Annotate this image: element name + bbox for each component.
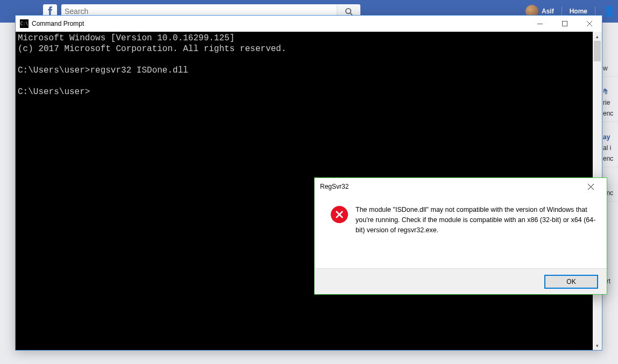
- scroll-up-button[interactable]: ▴: [593, 32, 602, 41]
- friends-icon[interactable]: 👤: [603, 5, 615, 17]
- maximize-button[interactable]: [552, 16, 577, 32]
- ok-button[interactable]: OK: [544, 275, 598, 289]
- close-icon: [587, 21, 592, 26]
- maximize-icon: [562, 21, 567, 26]
- error-icon: [331, 206, 348, 223]
- minimize-icon: [537, 24, 543, 24]
- scroll-down-button[interactable]: ▾: [593, 341, 602, 350]
- dialog-title: RegSvr32: [320, 183, 349, 190]
- dialog-message: The module "ISDone.dll" may not compatib…: [356, 205, 596, 263]
- scroll-thumb[interactable]: [594, 41, 601, 61]
- username-label: Asif: [542, 8, 554, 15]
- dialog-close-button[interactable]: [580, 179, 601, 194]
- svg-rect-3: [563, 22, 567, 26]
- close-button[interactable]: [577, 16, 602, 32]
- cmd-titlebar[interactable]: C:\ Command Prompt: [16, 16, 602, 32]
- search-icon: [345, 8, 353, 16]
- cmd-title: Command Prompt: [32, 20, 84, 27]
- dialog-titlebar[interactable]: RegSvr32: [315, 178, 607, 195]
- close-icon: [588, 184, 594, 190]
- dialog-content: The module "ISDone.dll" may not compatib…: [315, 195, 607, 268]
- home-link[interactable]: Home: [570, 8, 587, 15]
- regsvr32-dialog: RegSvr32 The module "ISDone.dll" may not…: [314, 177, 607, 295]
- minimize-button[interactable]: [528, 16, 552, 32]
- svg-rect-2: [537, 24, 543, 24]
- dialog-footer: OK: [315, 268, 607, 294]
- ok-label: OK: [566, 278, 576, 286]
- svg-point-0: [346, 8, 351, 13]
- cmd-icon: C:\: [20, 19, 29, 28]
- search-input[interactable]: [65, 7, 337, 16]
- svg-line-1: [350, 13, 352, 15]
